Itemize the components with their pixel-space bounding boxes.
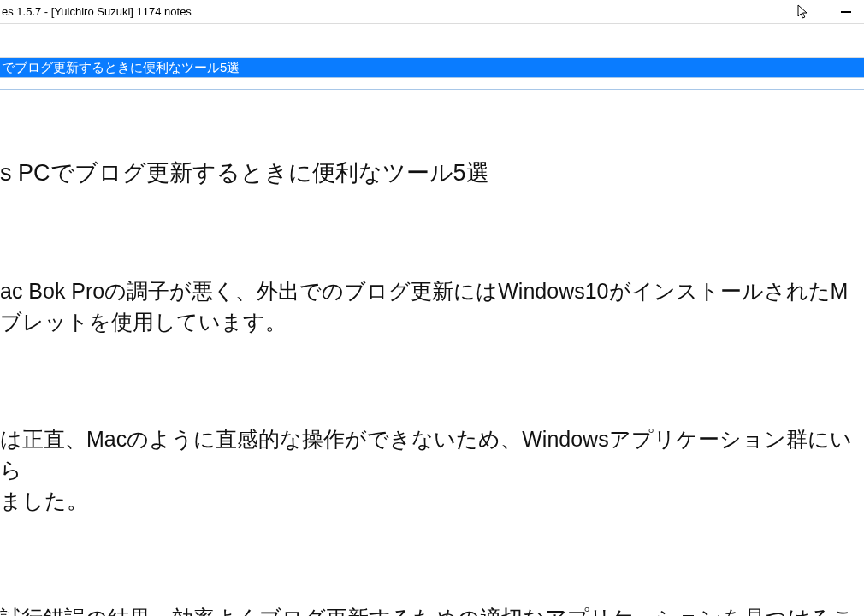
note-editor[interactable]: s PCでブログ更新するときに便利なツール5選 ac Bok Proの調子が悪く… bbox=[0, 90, 864, 616]
window-title: es 1.5.7 - [Yuichiro Suzuki] 1174 notes bbox=[2, 5, 192, 18]
editor-paragraph[interactable]: ac Bok Proの調子が悪く、外出でのブログ更新にはWindows10がイン… bbox=[0, 275, 864, 338]
editor-paragraph[interactable]: 試行錯誤の結果、効率よくブログ更新するための適切なアプリケーションを見つけるこ … bbox=[0, 602, 864, 616]
cursor-icon bbox=[797, 4, 809, 20]
editor-heading[interactable]: s PCでブログ更新するときに便利なツール5選 bbox=[0, 157, 864, 190]
toolbar-area bbox=[0, 24, 864, 58]
note-list-item-selected[interactable]: でブログ更新するときに便利なツール5選 bbox=[0, 58, 864, 77]
note-list[interactable]: でブログ更新するときに便利なツール5選 bbox=[0, 58, 864, 78]
list-editor-divider bbox=[0, 78, 864, 90]
window-titlebar: es 1.5.7 - [Yuichiro Suzuki] 1174 notes bbox=[0, 0, 864, 24]
minimize-button[interactable] bbox=[833, 3, 859, 21]
editor-paragraph[interactable]: は正直、Macのように直感的な操作ができないため、Windowsアプリケーション… bbox=[0, 424, 864, 517]
